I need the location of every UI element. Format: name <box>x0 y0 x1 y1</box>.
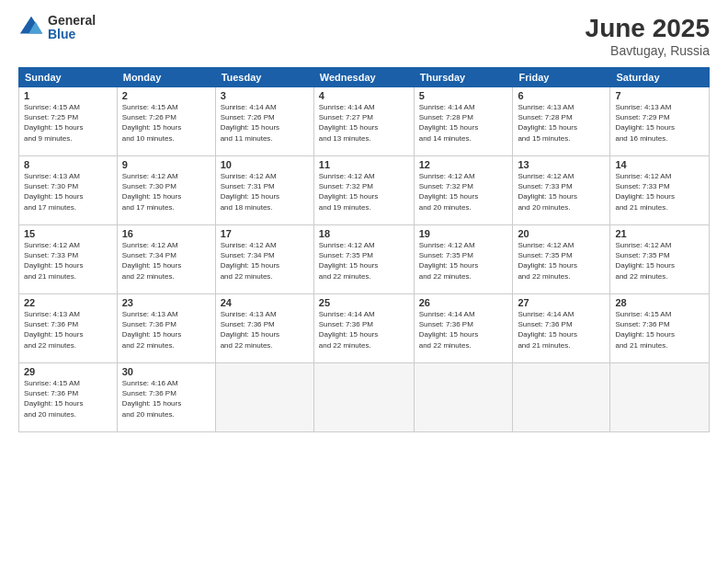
day-info: Sunrise: 4:13 AM Sunset: 7:29 PM Dayligh… <box>615 102 704 144</box>
day-info: Sunrise: 4:15 AM Sunset: 7:36 PM Dayligh… <box>24 378 112 419</box>
table-row: 12Sunrise: 4:12 AM Sunset: 7:32 PM Dayli… <box>414 156 513 225</box>
table-row <box>215 363 313 432</box>
day-info: Sunrise: 4:13 AM Sunset: 7:30 PM Dayligh… <box>24 171 112 213</box>
table-row: 18Sunrise: 4:12 AM Sunset: 7:35 PM Dayli… <box>313 225 414 294</box>
day-number: 26 <box>419 297 508 308</box>
day-info: Sunrise: 4:13 AM Sunset: 7:28 PM Dayligh… <box>518 102 605 144</box>
header-friday: Friday <box>513 68 610 87</box>
header: General Blue June 2025 Bavtugay, Russia <box>18 14 710 58</box>
day-info: Sunrise: 4:12 AM Sunset: 7:31 PM Dayligh… <box>221 171 309 213</box>
table-row: 14Sunrise: 4:12 AM Sunset: 7:33 PM Dayli… <box>610 156 710 225</box>
table-row: 11Sunrise: 4:12 AM Sunset: 7:32 PM Dayli… <box>313 156 414 225</box>
day-number: 5 <box>419 90 508 101</box>
table-row: 5Sunrise: 4:14 AM Sunset: 7:28 PM Daylig… <box>414 87 513 156</box>
day-number: 7 <box>615 90 704 101</box>
table-row: 7Sunrise: 4:13 AM Sunset: 7:29 PM Daylig… <box>610 87 710 156</box>
day-number: 19 <box>419 228 508 239</box>
table-row: 16Sunrise: 4:12 AM Sunset: 7:34 PM Dayli… <box>117 225 215 294</box>
title-location: Bavtugay, Russia <box>586 43 710 58</box>
day-number: 24 <box>221 297 309 308</box>
day-number: 25 <box>319 297 409 308</box>
table-row: 21Sunrise: 4:12 AM Sunset: 7:35 PM Dayli… <box>610 225 710 294</box>
table-row: 8Sunrise: 4:13 AM Sunset: 7:30 PM Daylig… <box>19 156 118 225</box>
day-number: 29 <box>24 366 112 377</box>
day-number: 1 <box>24 90 112 101</box>
table-row: 2Sunrise: 4:15 AM Sunset: 7:26 PM Daylig… <box>117 87 215 156</box>
page: General Blue June 2025 Bavtugay, Russia … <box>0 0 728 563</box>
logo: General Blue <box>18 14 96 42</box>
day-number: 2 <box>122 90 210 101</box>
day-number: 17 <box>221 228 309 239</box>
day-number: 15 <box>24 228 112 239</box>
day-number: 14 <box>615 159 704 170</box>
table-row: 30Sunrise: 4:16 AM Sunset: 7:36 PM Dayli… <box>117 363 215 432</box>
table-row: 13Sunrise: 4:12 AM Sunset: 7:33 PM Dayli… <box>513 156 610 225</box>
calendar-week-row: 1Sunrise: 4:15 AM Sunset: 7:25 PM Daylig… <box>19 87 710 156</box>
day-info: Sunrise: 4:13 AM Sunset: 7:36 PM Dayligh… <box>221 309 309 350</box>
table-row: 4Sunrise: 4:14 AM Sunset: 7:27 PM Daylig… <box>313 87 414 156</box>
table-row: 20Sunrise: 4:12 AM Sunset: 7:35 PM Dayli… <box>513 225 610 294</box>
calendar-table: Sunday Monday Tuesday Wednesday Thursday… <box>18 67 710 432</box>
table-row: 23Sunrise: 4:13 AM Sunset: 7:36 PM Dayli… <box>117 294 215 363</box>
day-info: Sunrise: 4:12 AM Sunset: 7:32 PM Dayligh… <box>319 171 409 213</box>
table-row: 27Sunrise: 4:14 AM Sunset: 7:36 PM Dayli… <box>513 294 610 363</box>
table-row: 19Sunrise: 4:12 AM Sunset: 7:35 PM Dayli… <box>414 225 513 294</box>
table-row: 15Sunrise: 4:12 AM Sunset: 7:33 PM Dayli… <box>19 225 118 294</box>
day-number: 22 <box>24 297 112 308</box>
day-info: Sunrise: 4:14 AM Sunset: 7:36 PM Dayligh… <box>419 309 508 350</box>
table-row: 17Sunrise: 4:12 AM Sunset: 7:34 PM Dayli… <box>215 225 313 294</box>
table-row: 1Sunrise: 4:15 AM Sunset: 7:25 PM Daylig… <box>19 87 118 156</box>
table-row: 29Sunrise: 4:15 AM Sunset: 7:36 PM Dayli… <box>19 363 118 432</box>
day-number: 27 <box>518 297 605 308</box>
title-block: June 2025 Bavtugay, Russia <box>586 14 710 58</box>
table-row: 10Sunrise: 4:12 AM Sunset: 7:31 PM Dayli… <box>215 156 313 225</box>
day-info: Sunrise: 4:12 AM Sunset: 7:30 PM Dayligh… <box>122 171 210 213</box>
table-row: 9Sunrise: 4:12 AM Sunset: 7:30 PM Daylig… <box>117 156 215 225</box>
day-info: Sunrise: 4:15 AM Sunset: 7:25 PM Dayligh… <box>24 102 112 144</box>
day-info: Sunrise: 4:12 AM Sunset: 7:35 PM Dayligh… <box>319 240 409 282</box>
table-row <box>313 363 414 432</box>
day-info: Sunrise: 4:14 AM Sunset: 7:27 PM Dayligh… <box>319 102 409 144</box>
day-info: Sunrise: 4:15 AM Sunset: 7:26 PM Dayligh… <box>122 102 210 144</box>
table-row <box>610 363 710 432</box>
header-monday: Monday <box>117 68 215 87</box>
day-number: 8 <box>24 159 112 170</box>
logo-icon <box>18 15 44 40</box>
title-month: June 2025 <box>586 14 710 43</box>
calendar-week-row: 29Sunrise: 4:15 AM Sunset: 7:36 PM Dayli… <box>19 363 710 432</box>
header-saturday: Saturday <box>610 68 710 87</box>
calendar-week-row: 15Sunrise: 4:12 AM Sunset: 7:33 PM Dayli… <box>19 225 710 294</box>
calendar-week-row: 8Sunrise: 4:13 AM Sunset: 7:30 PM Daylig… <box>19 156 710 225</box>
calendar-header-row: Sunday Monday Tuesday Wednesday Thursday… <box>19 68 710 87</box>
table-row <box>513 363 610 432</box>
day-info: Sunrise: 4:13 AM Sunset: 7:36 PM Dayligh… <box>122 309 210 350</box>
calendar-week-row: 22Sunrise: 4:13 AM Sunset: 7:36 PM Dayli… <box>19 294 710 363</box>
day-number: 12 <box>419 159 508 170</box>
header-sunday: Sunday <box>19 68 118 87</box>
day-info: Sunrise: 4:14 AM Sunset: 7:26 PM Dayligh… <box>221 102 309 144</box>
day-info: Sunrise: 4:14 AM Sunset: 7:36 PM Dayligh… <box>319 309 409 350</box>
header-wednesday: Wednesday <box>313 68 414 87</box>
day-info: Sunrise: 4:12 AM Sunset: 7:35 PM Dayligh… <box>419 240 508 282</box>
day-info: Sunrise: 4:12 AM Sunset: 7:33 PM Dayligh… <box>24 240 112 282</box>
table-row: 22Sunrise: 4:13 AM Sunset: 7:36 PM Dayli… <box>19 294 118 363</box>
logo-text: General Blue <box>48 14 96 42</box>
day-info: Sunrise: 4:13 AM Sunset: 7:36 PM Dayligh… <box>24 309 112 350</box>
day-info: Sunrise: 4:12 AM Sunset: 7:33 PM Dayligh… <box>518 171 605 213</box>
day-info: Sunrise: 4:12 AM Sunset: 7:34 PM Dayligh… <box>122 240 210 282</box>
day-number: 6 <box>518 90 605 101</box>
header-tuesday: Tuesday <box>215 68 313 87</box>
table-row: 25Sunrise: 4:14 AM Sunset: 7:36 PM Dayli… <box>313 294 414 363</box>
day-number: 21 <box>615 228 704 239</box>
day-info: Sunrise: 4:12 AM Sunset: 7:33 PM Dayligh… <box>615 171 704 213</box>
day-number: 10 <box>221 159 309 170</box>
table-row: 3Sunrise: 4:14 AM Sunset: 7:26 PM Daylig… <box>215 87 313 156</box>
day-info: Sunrise: 4:12 AM Sunset: 7:35 PM Dayligh… <box>518 240 605 282</box>
table-row <box>414 363 513 432</box>
day-number: 3 <box>221 90 309 101</box>
header-thursday: Thursday <box>414 68 513 87</box>
day-number: 4 <box>319 90 409 101</box>
logo-general: General <box>48 14 96 28</box>
day-number: 20 <box>518 228 605 239</box>
table-row: 28Sunrise: 4:15 AM Sunset: 7:36 PM Dayli… <box>610 294 710 363</box>
